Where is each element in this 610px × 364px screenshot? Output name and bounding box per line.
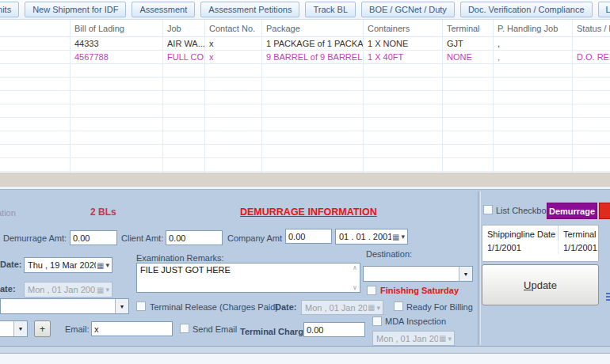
company-amt-input[interactable] (285, 229, 332, 244)
grid-column-divider (162, 20, 163, 173)
dates-table-row[interactable]: 1/1/2001 1/1/2001 (482, 241, 598, 254)
tab-line-release[interactable]: Line Release (598, 2, 610, 17)
email-input[interactable] (91, 321, 173, 336)
cell-p-handling-job: , (493, 52, 572, 62)
date-value: Mon , 01 Jan 2001 (373, 334, 438, 343)
destination-combobox[interactable]: ▼ (363, 266, 473, 282)
tab-boe-gcnet-duty[interactable]: BOE / GCNet / Duty (361, 2, 455, 17)
calendar-icon: ▦ (438, 334, 447, 343)
tab-doc-verification-compliance[interactable]: Doc. Verification / Compliance (460, 2, 593, 17)
grid-row[interactable]: 44333 AIR WA... x 1 PACKAGE of 1 PACKAGE… (0, 37, 610, 51)
clipped-link-fragment[interactable] (606, 291, 610, 301)
grid-header-job[interactable]: Job (162, 24, 204, 33)
tab-permits-clipped[interactable]: mits (0, 2, 19, 17)
list-checkboxes-checkbox[interactable] (483, 205, 493, 214)
dropdown-arrow-icon: ▾ (400, 233, 407, 241)
ready-for-billing-checkbox[interactable] (394, 301, 403, 311)
calendar-icon: ▦ (96, 261, 105, 270)
dropdown-arrow-icon: ▼ (459, 267, 472, 281)
shippingline-date-value: 1/1/2001 (482, 241, 559, 254)
dropdown-arrow-icon: ▼ (13, 321, 27, 336)
grid-empty-rows (0, 64, 610, 173)
shipments-grid: Bill of Lading Job Contact No. Package C… (0, 20, 610, 173)
finishing-saturday-label: Finishing Saturday (380, 286, 459, 295)
grid-column-divider (493, 20, 494, 173)
release-date-picker-disabled: Mon , 01 Jan 2001 ▦ ▾ (24, 282, 112, 298)
bl-count: 2 BLs (90, 207, 116, 218)
grid-body: 44333 AIR WA... x 1 PACKAGE of 1 PACKAGE… (0, 37, 610, 173)
terminal-date-value: 1/1/2001 (559, 241, 598, 254)
date-value: Mon , 01 Jan 2001 (302, 303, 367, 313)
cell-package: 1 PACKAGE of 1 PACKAGE ... (261, 39, 363, 48)
update-button[interactable]: Update (482, 264, 599, 305)
grid-column-divider (70, 20, 71, 173)
examination-remarks-label: Examination Remarks: (136, 253, 224, 263)
grid-header-contact-no[interactable]: Contact No. (204, 24, 261, 33)
small-combobox-clipped[interactable]: ▼ (0, 320, 28, 337)
terminal-date-header: Terminal Date (559, 226, 598, 241)
left-combobox[interactable]: ▼ (0, 298, 129, 314)
cell-status: D.O. RELEA (572, 52, 610, 62)
terminal-release-date-label: Date: (275, 302, 297, 312)
update-button-label: Update (524, 279, 557, 291)
demurrage-panel: ation 2 BLs DEMURRAGE INFORMATION List C… (0, 189, 610, 346)
terminal-release-checkbox[interactable] (136, 301, 146, 311)
exam-date-label-clipped: Date: (0, 260, 22, 269)
email-label: Email: (65, 324, 90, 334)
grid-column-divider (204, 20, 205, 173)
finishing-saturday-checkbox[interactable] (367, 286, 376, 295)
cell-package: 9 BARREL of 9 BARREL OIL (261, 52, 363, 62)
calendar-icon: ▦ (96, 286, 105, 294)
mda-inspection-label: MDA Inspection (385, 317, 446, 326)
demurrage-button[interactable]: Demurrage (547, 203, 597, 219)
textarea-scrollbar[interactable]: ∧ ∨ (350, 264, 360, 292)
cell-terminal: NONE (442, 52, 493, 62)
mda-inspection-checkbox[interactable] (372, 317, 382, 326)
tab-track-bl[interactable]: Track BL (305, 2, 356, 17)
client-amt-input[interactable] (166, 230, 223, 245)
mda-date-picker-disabled: Mon , 01 Jan 2001 ▦ ▾ (372, 331, 455, 346)
remarks-text: FILE JUST GOT HERE (137, 264, 350, 292)
dropdown-arrow-icon: ▾ (376, 304, 383, 312)
grid-header-bill-of-lading[interactable]: Bill of Lading (70, 24, 162, 33)
cell-job: FULL CO... (162, 52, 204, 62)
demurrage-amt-label: Demurrage Amt: (3, 233, 67, 243)
bottom-strip (0, 347, 610, 353)
company-amt-label: Company Amt (227, 233, 282, 243)
send-email-checkbox[interactable] (180, 324, 189, 333)
grid-row[interactable]: 4567788 FULL CO... x 9 BARREL of 9 BARRE… (0, 51, 610, 64)
demurrage-amt-input[interactable] (70, 230, 117, 245)
tab-assessment-petitions[interactable]: Assessment Petitions (200, 2, 299, 17)
grid-header-terminal[interactable]: Terminal (442, 24, 493, 33)
grid-header-status[interactable]: Status / Re (572, 24, 610, 33)
dropdown-arrow-icon: ▾ (447, 335, 454, 343)
dropdown-arrow-icon: ▾ (105, 261, 112, 269)
grid-header-package[interactable]: Package (261, 24, 363, 33)
calendar-icon: ▦ (391, 233, 400, 241)
section-label-clipped: ation (0, 208, 16, 218)
date-value: 01 . 01 . 2001 (336, 232, 391, 241)
cell-contact-no: x (204, 52, 261, 62)
tab-assessment[interactable]: Assessment (132, 2, 195, 17)
dropdown-arrow-icon: ▼ (115, 299, 128, 313)
top-tab-bar: mits New Shipment for IDF Assessment Ass… (0, 0, 610, 20)
examination-remarks-textarea[interactable]: FILE JUST GOT HERE ∧ ∨ (136, 263, 360, 293)
terminal-charges-input[interactable] (303, 322, 365, 337)
tab-new-shipment-for-idf[interactable]: New Shipment for IDF (25, 2, 126, 17)
grid-column-divider (261, 20, 262, 173)
demurrage-date-picker[interactable]: 01 . 01 . 2001 ▦ ▾ (335, 229, 408, 245)
date-value: Thu , 19 Mar 2020 (25, 260, 96, 270)
shippingline-date-header: Shippingline Date (482, 226, 559, 241)
red-button-clipped[interactable] (599, 203, 610, 219)
terminal-release-date-picker-disabled: Mon , 01 Jan 2001 ▦ ▾ (301, 300, 383, 315)
calendar-icon: ▦ (367, 303, 376, 312)
date-value: Mon , 01 Jan 2001 (25, 285, 96, 294)
grid-header-containers[interactable]: Containers (363, 24, 442, 33)
add-button[interactable]: + (34, 320, 51, 337)
panel-title: DEMURRAGE INFORMATION (240, 207, 377, 218)
examination-date-picker[interactable]: Thu , 19 Mar 2020 ▦ ▾ (24, 257, 112, 273)
cell-containers: 1 X NONE (363, 39, 442, 48)
grid-header-p-handling-job[interactable]: P. Handling Job (493, 24, 572, 33)
release-date-label-clipped: ate: (0, 284, 16, 294)
cell-bill-of-lading: 44333 (70, 39, 162, 48)
